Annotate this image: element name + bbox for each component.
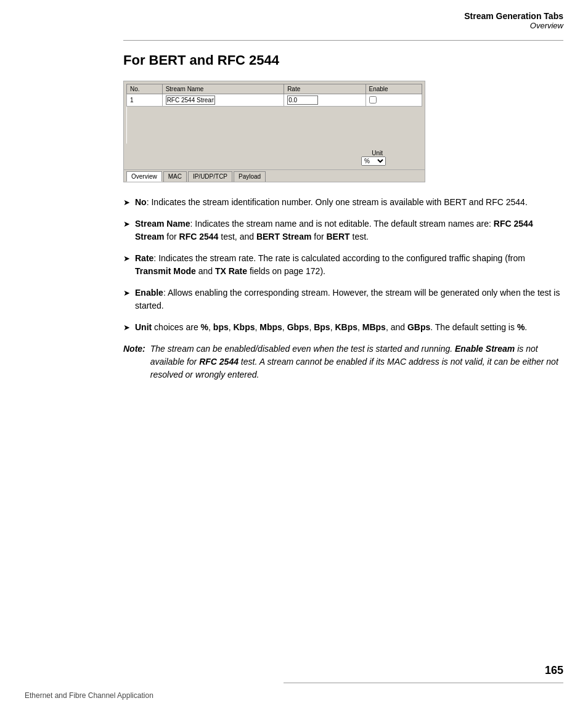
unit-select[interactable]: % bps Kbps Mbps Gbps Bps KBps MBps GBps	[361, 156, 386, 166]
header-subtitle: Overview	[464, 21, 563, 30]
header-title: Stream Generation Tabs	[464, 11, 563, 21]
cell-no: 1	[127, 94, 163, 107]
cell-stream-name	[162, 94, 284, 107]
bold-KBps: KBps	[335, 322, 357, 332]
note-box: Note: The stream can be enabled/disabled…	[123, 343, 563, 381]
term-stream-name: Stream Name	[135, 219, 190, 229]
empty-row	[127, 107, 422, 119]
bullet-rate-text: Rate: Indicates the stream rate. The rat…	[135, 252, 563, 278]
note-text: The stream can be enabled/disabled even …	[150, 343, 563, 381]
tab-payload[interactable]: Payload	[234, 171, 266, 182]
term-unit: Unit	[135, 322, 152, 332]
bold-bertstream: BERT Stream	[256, 232, 311, 241]
footer-left-text: Ethernet and Fibre Channel Application	[25, 691, 153, 700]
arrow-icon: ➤	[123, 218, 130, 230]
ui-table-area: No. Stream Name Rate Enable 1	[124, 81, 425, 146]
rate-input[interactable]	[287, 95, 318, 105]
bullet-stream-name-text: Stream Name: Indicates the stream name a…	[135, 217, 563, 243]
page-header: Stream Generation Tabs Overview	[464, 11, 563, 30]
main-content: For BERT and RFC 2544 No. Stream Name Ra…	[123, 52, 563, 381]
note-bold-rfc2544: RFC 2544	[199, 357, 239, 367]
term-no: No	[135, 197, 147, 207]
bullet-list: ➤ No: Indicates the stream identificatio…	[123, 196, 563, 334]
bullet-stream-name: ➤ Stream Name: Indicates the stream name…	[123, 217, 563, 243]
ui-bottom-area: Unit % bps Kbps Mbps Gbps Bps KBps MBps …	[124, 146, 425, 169]
bold-tx-rate: TX Rate	[215, 266, 247, 276]
term-rate: Rate	[135, 253, 153, 263]
footer-rule	[284, 683, 563, 683]
note-bold-enable-stream: Enable Stream	[455, 344, 515, 354]
bullet-enable: ➤ Enable: Allows enabling the correspond…	[123, 286, 563, 312]
section-heading: For BERT and RFC 2544	[123, 52, 563, 68]
bold-default-pct: %	[517, 322, 525, 332]
bullet-unit: ➤ Unit choices are %, bps, Kbps, Mbps, G…	[123, 321, 563, 334]
arrow-icon: ➤	[123, 322, 130, 334]
cell-rate	[284, 94, 365, 107]
bullet-rate: ➤ Rate: Indicates the stream rate. The r…	[123, 252, 563, 278]
bold-MBps: MBps	[362, 322, 386, 332]
tab-overview[interactable]: Overview	[126, 171, 162, 182]
ui-tabs: Overview MAC IP/UDP/TCP Payload	[124, 169, 425, 182]
bold-pct: %	[201, 322, 208, 332]
ui-mockup: No. Stream Name Rate Enable 1	[123, 81, 425, 182]
stream-name-input[interactable]	[166, 95, 215, 105]
cell-enable	[365, 94, 422, 107]
bold-Bps: Bps	[314, 322, 330, 332]
bullet-no: ➤ No: Indicates the stream identificatio…	[123, 196, 563, 209]
bullet-unit-text: Unit choices are %, bps, Kbps, Mbps, Gbp…	[135, 321, 563, 334]
bold-mbps: Mbps	[259, 322, 282, 332]
col-no: No.	[127, 84, 163, 94]
bold-gbps: Gbps	[287, 322, 309, 332]
col-enable: Enable	[365, 84, 422, 94]
table-row: 1	[127, 94, 422, 107]
tab-mac[interactable]: MAC	[163, 171, 187, 182]
stream-table: No. Stream Name Rate Enable 1	[126, 84, 422, 144]
bold-kbps: Kbps	[234, 322, 255, 332]
tab-ip-udp-tcp[interactable]: IP/UDP/TCP	[188, 171, 232, 182]
header-rule	[123, 40, 563, 41]
term-enable: Enable	[135, 288, 163, 298]
col-rate: Rate	[284, 84, 365, 94]
empty-row2	[127, 119, 422, 131]
bullet-no-text: No: Indicates the stream identification …	[135, 196, 563, 209]
arrow-icon: ➤	[123, 253, 130, 265]
footer-page-number: 165	[545, 664, 563, 677]
bold-bert: BERT	[326, 232, 349, 241]
enable-checkbox[interactable]	[369, 96, 377, 103]
arrow-icon: ➤	[123, 197, 130, 209]
bold-transmit-mode: Transmit Mode	[135, 266, 196, 276]
unit-row: Unit	[372, 150, 383, 156]
arrow-icon: ➤	[123, 287, 130, 299]
col-stream-name: Stream Name	[162, 84, 284, 94]
unit-label: Unit	[372, 150, 383, 156]
bullet-enable-text: Enable: Allows enabling the correspondin…	[135, 286, 563, 312]
bold-bps: bps	[213, 322, 229, 332]
unit-select-row: % bps Kbps Mbps Gbps Bps KBps MBps GBps	[361, 156, 386, 166]
empty-row3	[127, 131, 422, 144]
bold-GBps: GBps	[407, 322, 430, 332]
bold-rfc2544: RFC 2544	[179, 232, 219, 241]
note-label: Note:	[123, 343, 145, 355]
